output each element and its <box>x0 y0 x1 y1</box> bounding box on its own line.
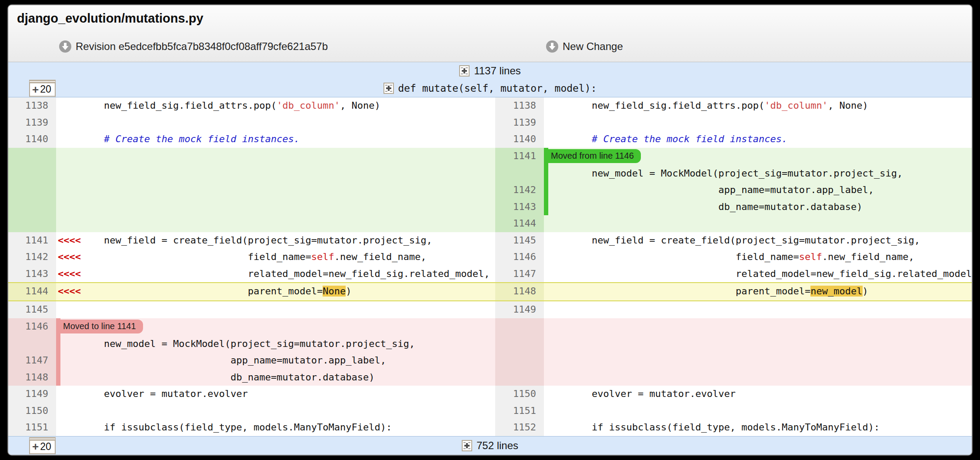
line-number-right[interactable] <box>495 165 544 182</box>
collapsed-lines-label: 1137 lines <box>474 65 521 77</box>
code-cell-right <box>544 352 972 369</box>
diff-row: 1146Moved to line 1141 <box>8 318 972 336</box>
line-number-left[interactable]: 1140 <box>8 131 56 148</box>
collapsed-lines-row: 1137 lines <box>8 62 972 80</box>
line-number-right[interactable]: 1151 <box>495 403 544 420</box>
code-segment: new_model = MockModel(project_sig=mutato… <box>546 168 903 179</box>
code-segment: app_name=mutator.app_label, <box>546 184 874 195</box>
line-number-left[interactable] <box>8 148 56 165</box>
code-cell-left <box>56 114 495 131</box>
line-number-right[interactable] <box>495 352 544 369</box>
line-number-right[interactable]: 1140 <box>495 131 544 148</box>
code-segment: 'db_column' <box>277 100 340 111</box>
line-number-right[interactable]: 1138 <box>495 97 544 114</box>
code-segment: <<<< <box>58 286 81 297</box>
code-cell-left: app_name=mutator.app_label, <box>56 352 495 369</box>
line-number-right[interactable]: 1147 <box>495 266 544 283</box>
expand-collapsed-lines[interactable]: 752 lines <box>462 440 518 452</box>
line-number-left[interactable]: 1151 <box>8 419 56 436</box>
code-cell-right: new_field_sig.field_attrs.pop('db_column… <box>544 97 972 114</box>
code-segment: db_name=mutator.database) <box>546 201 862 212</box>
line-number-right[interactable]: 1152 <box>495 419 544 436</box>
code-cell-left: new_model = MockModel(project_sig=mutato… <box>56 336 495 353</box>
code-cell-right <box>544 369 972 386</box>
code-segment: evolver = mutator.evolver <box>546 388 736 399</box>
line-number-left[interactable] <box>8 165 56 182</box>
moved-line-badge[interactable]: Moved from line 1146 <box>546 149 641 163</box>
line-number-left[interactable] <box>8 336 56 353</box>
line-number-left[interactable]: 1138 <box>8 97 56 114</box>
line-number-right[interactable]: 1150 <box>495 386 544 403</box>
line-number-right[interactable]: 1139 <box>495 114 544 131</box>
expand-20-lines-button[interactable]: +20 <box>29 437 56 454</box>
line-number-right[interactable]: 1142 <box>495 182 544 199</box>
expand-20-lines-button[interactable]: +20 <box>29 80 56 97</box>
line-number-right[interactable]: 1148 <box>495 283 544 300</box>
diff-row: 1140 # Create the mock field instances.1… <box>8 131 972 148</box>
code-cell-right: field_name=self.new_field_name, <box>544 249 972 266</box>
line-number-left[interactable] <box>8 215 56 232</box>
diff-row: 1141<<<< new_field = create_field(projec… <box>8 232 972 249</box>
line-number-left[interactable]: 1141 <box>8 232 56 249</box>
diff-row: 11451149 <box>8 301 972 318</box>
line-number-right[interactable]: 1143 <box>495 199 544 216</box>
expand-lines-icon[interactable] <box>459 65 470 77</box>
code-cell-left: if issubclass(field_type, models.ManyToM… <box>56 419 495 436</box>
line-number-right[interactable]: 1146 <box>495 249 544 266</box>
code-cell-left <box>56 182 495 199</box>
collapse-arrow-icon[interactable] <box>59 40 72 53</box>
line-number-left[interactable]: 1139 <box>8 114 56 131</box>
line-number-right[interactable]: 1145 <box>495 232 544 249</box>
line-number-left[interactable]: 1150 <box>8 403 56 420</box>
line-number-left[interactable]: 1149 <box>8 386 56 403</box>
line-number-right[interactable]: 1144 <box>495 215 544 232</box>
code-cell-left <box>56 301 495 318</box>
code-segment: # Create the mock field instances. <box>104 133 300 144</box>
diff-rows: 1138 new_field_sig.field_attrs.pop('db_c… <box>8 97 972 436</box>
diff-row: 1144 <box>8 215 972 232</box>
collapsed-lines-label: 752 lines <box>477 440 518 452</box>
expand-count: 20 <box>40 440 51 452</box>
code-segment: evolver = mutator.evolver <box>58 388 248 399</box>
code-cell-right: evolver = mutator.evolver <box>544 386 972 403</box>
code-cell-left <box>56 165 495 182</box>
code-cell-right: db_name=mutator.database) <box>544 199 972 216</box>
line-number-left[interactable]: 1145 <box>8 301 56 318</box>
line-number-left[interactable]: 1144 <box>8 283 56 300</box>
line-number-right[interactable] <box>495 336 544 353</box>
function-context-label: def mutate(self, mutator, model): <box>398 83 597 94</box>
line-number-right[interactable] <box>495 369 544 386</box>
code-segment: if issubclass(field_type, models.ManyToM… <box>58 422 392 433</box>
expand-collapsed-lines[interactable]: 1137 lines <box>459 65 521 77</box>
line-number-right[interactable]: 1149 <box>495 301 544 318</box>
line-number-right[interactable] <box>495 318 544 336</box>
collapse-arrow-icon[interactable] <box>546 40 559 53</box>
new-change-label: New Change <box>563 40 623 53</box>
diff-row: 11501151 <box>8 403 972 420</box>
code-segment: new_model <box>810 286 862 297</box>
expand-count: 20 <box>40 83 51 95</box>
line-number-left[interactable]: 1143 <box>8 266 56 283</box>
line-number-left[interactable] <box>8 182 56 199</box>
line-number-right[interactable]: 1141 <box>495 148 544 165</box>
line-number-left[interactable]: 1146 <box>8 318 56 336</box>
line-number-left[interactable] <box>8 199 56 216</box>
code-segment <box>58 133 104 144</box>
new-change-column-header[interactable]: New Change <box>546 40 623 53</box>
code-cell-right: if issubclass(field_type, models.ManyToM… <box>544 419 972 436</box>
line-number-left[interactable]: 1147 <box>8 352 56 369</box>
code-segment: field_name= <box>546 251 799 262</box>
expand-lines-icon[interactable] <box>462 440 472 451</box>
expand-to-function[interactable]: def mutate(self, mutator, model): <box>383 83 597 94</box>
revision-column-header[interactable]: Revision e5edcefbb5fca7b8348f0cf08aff79c… <box>59 40 328 53</box>
line-number-left[interactable]: 1142 <box>8 249 56 266</box>
code-segment: ) <box>863 286 868 297</box>
line-number-left[interactable]: 1148 <box>8 369 56 386</box>
code-segment: <<<< <box>58 268 81 279</box>
code-cell-right: parent_model=new_model) <box>544 283 972 300</box>
code-cell-right: new_model = MockModel(project_sig=mutato… <box>544 165 972 182</box>
code-cell-right <box>544 403 972 420</box>
moved-line-badge[interactable]: Moved to line 1141 <box>58 320 143 333</box>
code-cell-left: <<<< parent_model=None) <box>56 283 495 300</box>
expand-function-icon[interactable] <box>383 83 394 94</box>
